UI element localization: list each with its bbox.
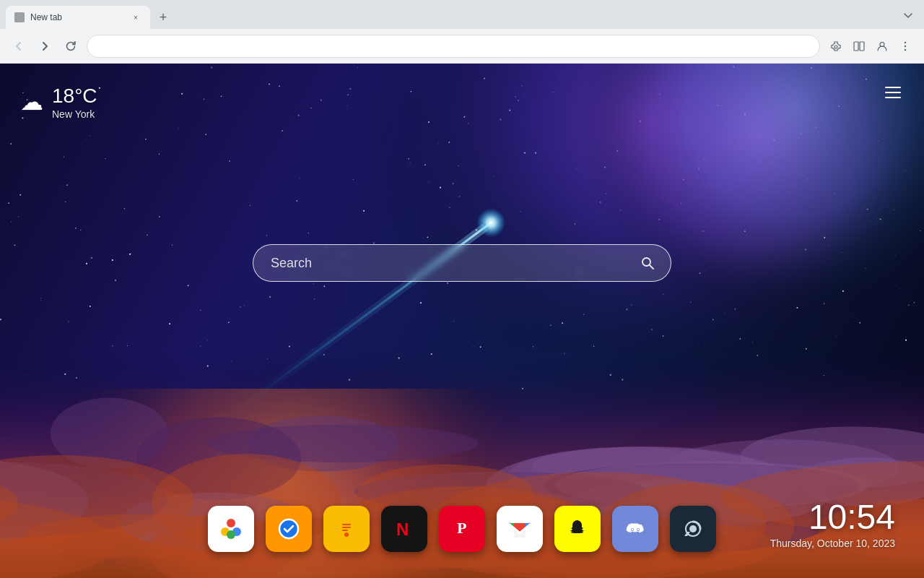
clock-widget: 10:54 Thursday, October 10, 2023 bbox=[770, 500, 895, 549]
svg-point-7 bbox=[642, 258, 650, 266]
weather-city: New York bbox=[52, 108, 97, 120]
svg-rect-1 bbox=[854, 42, 858, 51]
svg-text:N: N bbox=[396, 519, 409, 539]
weather-widget: ☁ 18°C New York bbox=[20, 84, 97, 120]
refresh-button[interactable] bbox=[61, 36, 81, 56]
search-placeholder-text: Search bbox=[271, 256, 636, 271]
svg-rect-2 bbox=[860, 42, 864, 51]
svg-rect-17 bbox=[342, 527, 351, 528]
gmail-icon bbox=[507, 516, 533, 542]
split-screen-button[interactable] bbox=[849, 36, 869, 56]
search-icon bbox=[640, 256, 655, 270]
clock-date: Thursday, October 10, 2023 bbox=[770, 538, 895, 549]
svg-point-34 bbox=[689, 525, 697, 532]
tab-title: New tab bbox=[30, 12, 124, 22]
browser-toolbar bbox=[0, 29, 924, 64]
tasks-icon bbox=[276, 516, 302, 542]
menu-line-2 bbox=[885, 92, 901, 93]
dock-app-steam[interactable] bbox=[670, 506, 716, 552]
extensions-icon bbox=[830, 40, 842, 52]
dock-app-pinterest[interactable]: P bbox=[439, 506, 485, 552]
weather-icon: ☁ bbox=[20, 88, 43, 116]
svg-point-6 bbox=[905, 48, 906, 50]
weather-info: 18°C New York bbox=[52, 84, 97, 120]
svg-rect-18 bbox=[342, 530, 348, 531]
dock-app-tasks[interactable] bbox=[266, 506, 312, 552]
snapchat-icon bbox=[565, 516, 590, 542]
app-dock: N P bbox=[208, 506, 716, 552]
dock-app-gmail[interactable] bbox=[497, 506, 543, 552]
browser-menu-button[interactable] bbox=[895, 36, 915, 56]
search-bar[interactable]: Search bbox=[253, 244, 671, 282]
keep-icon bbox=[334, 516, 359, 542]
tab-list-dropdown[interactable] bbox=[898, 6, 918, 26]
address-bar[interactable] bbox=[87, 35, 820, 58]
search-container: Search bbox=[253, 244, 671, 282]
svg-point-4 bbox=[905, 41, 906, 43]
netflix-icon: N bbox=[391, 516, 417, 542]
dock-app-netflix[interactable]: N bbox=[381, 506, 427, 552]
search-button[interactable] bbox=[636, 251, 659, 275]
tab-close-button[interactable]: × bbox=[130, 12, 141, 23]
pinterest-icon: P bbox=[449, 516, 475, 542]
dock-app-snapchat[interactable] bbox=[554, 506, 601, 552]
menu-line-3 bbox=[885, 97, 901, 98]
new-tab-button[interactable]: + bbox=[153, 7, 173, 27]
svg-point-31 bbox=[637, 529, 640, 531]
dock-app-keep[interactable] bbox=[323, 506, 370, 552]
svg-point-0 bbox=[834, 46, 837, 48]
svg-rect-16 bbox=[342, 524, 351, 525]
steam-icon bbox=[680, 516, 706, 542]
svg-point-30 bbox=[632, 529, 634, 531]
svg-point-19 bbox=[344, 532, 349, 537]
refresh-icon bbox=[65, 40, 77, 52]
settings-menu-button[interactable] bbox=[882, 84, 904, 101]
browser-chrome: New tab × + bbox=[0, 0, 924, 64]
active-tab[interactable]: New tab × bbox=[6, 6, 150, 29]
forward-button[interactable] bbox=[35, 36, 55, 56]
back-button[interactable] bbox=[9, 36, 29, 56]
tab-bar: New tab × + bbox=[0, 0, 924, 29]
chevron-down-icon bbox=[903, 11, 913, 21]
menu-line-1 bbox=[885, 87, 901, 88]
svg-line-8 bbox=[650, 265, 653, 269]
toolbar-actions bbox=[826, 36, 915, 56]
weather-temperature: 18°C bbox=[52, 84, 97, 108]
tab-favicon bbox=[14, 12, 25, 22]
back-icon bbox=[13, 40, 25, 52]
profile-button[interactable] bbox=[872, 36, 892, 56]
new-tab-page: ☁ 18°C New York Search bbox=[0, 64, 924, 578]
extensions-button[interactable] bbox=[826, 36, 846, 56]
dock-app-google-photos[interactable] bbox=[208, 506, 254, 552]
browser-menu-icon bbox=[899, 40, 911, 52]
svg-point-12 bbox=[227, 530, 235, 539]
svg-point-5 bbox=[905, 45, 906, 46]
svg-point-9 bbox=[227, 519, 235, 527]
google-photos-icon bbox=[218, 516, 244, 542]
clock-time: 10:54 bbox=[770, 500, 895, 535]
discord-icon bbox=[622, 516, 648, 542]
svg-text:P: P bbox=[457, 519, 466, 537]
dock-app-discord[interactable] bbox=[612, 506, 658, 552]
profile-icon bbox=[876, 40, 888, 52]
split-screen-icon bbox=[853, 40, 865, 52]
forward-icon bbox=[39, 40, 51, 52]
